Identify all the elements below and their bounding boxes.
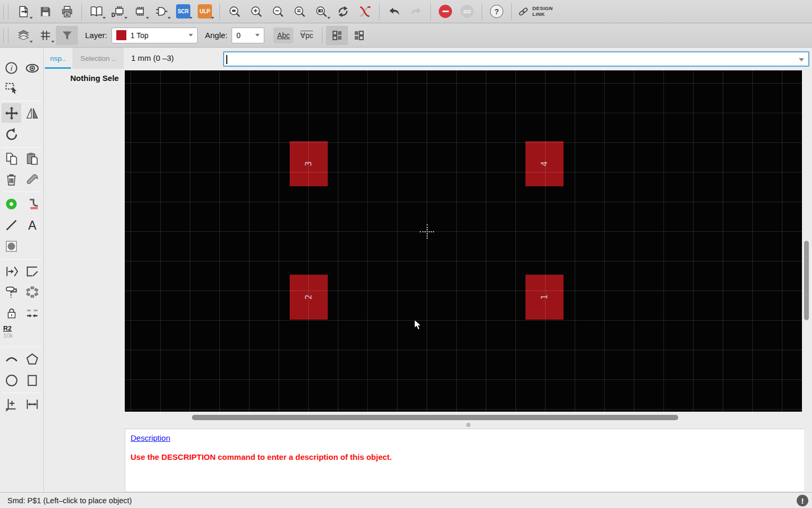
show-tool-button[interactable] bbox=[22, 58, 42, 78]
miter-tool-button[interactable] bbox=[22, 261, 42, 281]
split-tool-button[interactable] bbox=[2, 261, 21, 281]
toolbar-group-divider bbox=[2, 347, 41, 347]
mirror-text-icon: ∀pc bbox=[300, 31, 313, 40]
zoom-select-button[interactable] bbox=[289, 2, 310, 21]
stop-icon bbox=[439, 5, 452, 18]
symbol-button[interactable] bbox=[151, 2, 172, 21]
mirror-text-button[interactable]: ∀pc bbox=[297, 28, 317, 43]
smd-icon bbox=[25, 197, 40, 212]
warning-icon[interactable]: ! bbox=[797, 495, 808, 506]
layer-dropdown[interactable]: 1 Top bbox=[112, 28, 198, 43]
text-tool-button[interactable]: A bbox=[22, 215, 42, 235]
zoom-in-button[interactable] bbox=[245, 2, 267, 21]
print-icon bbox=[60, 5, 74, 19]
move-tool-button[interactable] bbox=[2, 103, 21, 123]
command-line-input[interactable] bbox=[223, 51, 809, 67]
layer-settings-button[interactable] bbox=[13, 26, 34, 45]
smd-pad-1[interactable]: 1 bbox=[525, 275, 564, 320]
tab-inspector[interactable]: nsp.. bbox=[45, 48, 71, 69]
paint-roller-tool-button[interactable] bbox=[2, 282, 21, 302]
package-icon bbox=[133, 4, 147, 19]
run-ulp-button[interactable]: ULP bbox=[194, 2, 216, 21]
package-button[interactable] bbox=[129, 2, 151, 21]
mirror-tool-button[interactable] bbox=[22, 103, 42, 123]
undo-button[interactable] bbox=[383, 2, 405, 21]
export-document-icon bbox=[17, 5, 31, 19]
go-button[interactable]: GO bbox=[456, 2, 478, 21]
rect-filled-tool-button[interactable] bbox=[2, 237, 21, 256]
chevron-down-icon[interactable] bbox=[799, 58, 804, 61]
smd-tool-button[interactable] bbox=[22, 194, 42, 214]
copy-tool-button[interactable] bbox=[2, 149, 21, 168]
join-tool-button[interactable] bbox=[22, 303, 42, 323]
rect-tool-button[interactable] bbox=[22, 370, 42, 390]
grid-settings-button[interactable] bbox=[34, 26, 56, 45]
panel-tab-bar: nsp.. Selection .. bbox=[44, 48, 125, 70]
zoom-out-button[interactable] bbox=[267, 2, 289, 21]
display-mode-a-button[interactable] bbox=[326, 26, 348, 45]
library-button[interactable] bbox=[86, 2, 107, 21]
info-tool-button[interactable]: i bbox=[2, 58, 21, 78]
vertical-scrollbar-thumb[interactable] bbox=[804, 241, 809, 320]
angle-dropdown[interactable]: 0 bbox=[232, 28, 264, 43]
toolbar-separator bbox=[81, 3, 82, 20]
zoom-select-icon bbox=[293, 5, 307, 19]
arc-tool-button[interactable] bbox=[2, 349, 21, 369]
polygon-tool-button[interactable] bbox=[22, 349, 42, 369]
device-button[interactable] bbox=[107, 2, 129, 21]
curve-x-button[interactable] bbox=[354, 2, 375, 21]
command-toolbar: i bbox=[0, 48, 44, 492]
circle-tool-button[interactable] bbox=[2, 370, 21, 390]
delete-tool-button[interactable] bbox=[2, 170, 21, 189]
export-document-button[interactable] bbox=[13, 2, 34, 21]
zoom-fit-icon bbox=[228, 5, 242, 19]
print-button[interactable] bbox=[56, 2, 78, 21]
toolbar-separator bbox=[219, 3, 220, 20]
text-style-button[interactable]: Abc bbox=[273, 28, 293, 43]
grid-overlay bbox=[125, 70, 802, 412]
horizontal-scrollbar-thumb[interactable] bbox=[192, 415, 678, 420]
filter-button[interactable] bbox=[56, 26, 78, 45]
measure-tool-button[interactable] bbox=[22, 394, 42, 414]
mark-tool-button[interactable] bbox=[2, 394, 21, 414]
stop-button[interactable] bbox=[435, 2, 456, 21]
splitter-handle[interactable] bbox=[466, 423, 470, 427]
run-script-button[interactable]: SCR bbox=[172, 2, 194, 21]
toolbar-group-divider bbox=[2, 393, 41, 393]
copy-icon bbox=[4, 151, 19, 166]
lock-tool-button[interactable] bbox=[2, 303, 21, 323]
pad-tool-button[interactable] bbox=[2, 194, 21, 214]
tab-selection-filter[interactable]: Selection .. bbox=[72, 48, 124, 69]
paste-tool-button[interactable] bbox=[22, 149, 42, 168]
description-link[interactable]: Description bbox=[131, 433, 170, 442]
vertical-scrollbar[interactable] bbox=[803, 70, 811, 412]
save-button[interactable] bbox=[34, 2, 56, 21]
drawing-canvas[interactable]: 1234 bbox=[125, 70, 802, 412]
smd-pad-2[interactable]: 2 bbox=[290, 275, 328, 320]
smd-pad-4[interactable]: 4 bbox=[525, 141, 564, 186]
rotate-tool-button[interactable] bbox=[2, 124, 21, 144]
toolbar-grip[interactable] bbox=[3, 28, 8, 43]
display-mode-b-button[interactable] bbox=[348, 26, 370, 45]
horizontal-scrollbar[interactable] bbox=[125, 412, 812, 429]
redo-button[interactable] bbox=[405, 2, 427, 21]
delete-icon bbox=[4, 173, 19, 187]
help-button[interactable]: ? bbox=[486, 2, 508, 21]
zoom-redraw-button[interactable] bbox=[310, 2, 332, 21]
pad-number: 2 bbox=[303, 295, 313, 300]
design-link-button[interactable]: DESIGN LINK bbox=[518, 6, 553, 17]
group-tool-button[interactable] bbox=[2, 78, 21, 98]
design-link-label-line1: DESIGN bbox=[532, 5, 553, 11]
name-value-tool-button[interactable]: R2 10k bbox=[3, 325, 24, 339]
group-icon bbox=[4, 81, 19, 96]
text-tool-glyph: A bbox=[28, 219, 36, 232]
toolbar-grip[interactable] bbox=[3, 4, 8, 19]
wire-tool-button[interactable] bbox=[2, 215, 21, 235]
zoom-fit-button[interactable] bbox=[224, 2, 245, 21]
redo-icon bbox=[409, 5, 423, 19]
array-tool-button[interactable] bbox=[22, 282, 42, 302]
mark-icon bbox=[4, 397, 19, 412]
smd-pad-3[interactable]: 3 bbox=[290, 141, 328, 186]
change-tool-button[interactable] bbox=[22, 170, 42, 189]
refresh-button[interactable] bbox=[332, 2, 354, 21]
